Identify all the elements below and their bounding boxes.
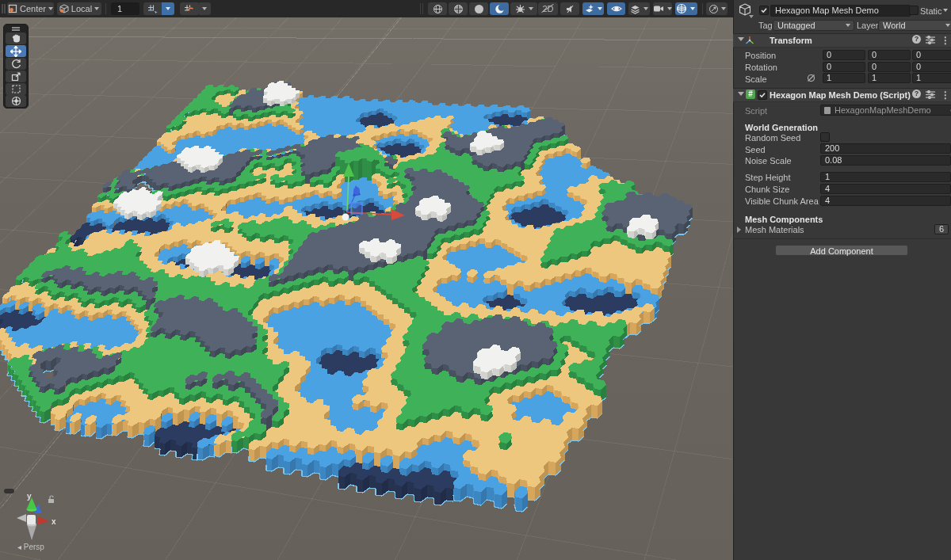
svg-text:y: y: [27, 492, 32, 501]
svg-text:x: x: [52, 517, 56, 526]
